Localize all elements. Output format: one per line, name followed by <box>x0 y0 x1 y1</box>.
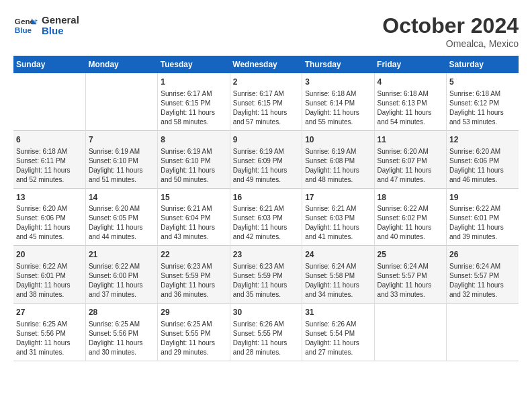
calendar-cell: 6Sunrise: 6:18 AM Sunset: 6:11 PM Daylig… <box>13 130 85 188</box>
weekday-header: Sunday <box>13 56 85 73</box>
day-number: 30 <box>233 307 299 318</box>
day-number: 13 <box>16 192 83 203</box>
cell-info: Sunrise: 6:25 AM Sunset: 5:55 PM Dayligh… <box>161 320 226 357</box>
calendar-week-row: 20Sunrise: 6:22 AM Sunset: 6:01 PM Dayli… <box>13 246 519 304</box>
calendar-cell: 19Sunrise: 6:22 AM Sunset: 6:01 PM Dayli… <box>447 188 519 246</box>
cell-info: Sunrise: 6:25 AM Sunset: 5:56 PM Dayligh… <box>89 320 154 357</box>
day-number: 20 <box>16 249 83 261</box>
day-number: 8 <box>161 134 226 146</box>
day-number: 15 <box>161 192 226 203</box>
calendar-cell <box>447 304 519 361</box>
cell-info: Sunrise: 6:19 AM Sunset: 6:08 PM Dayligh… <box>305 147 371 185</box>
calendar-week-row: 1Sunrise: 6:17 AM Sunset: 6:15 PM Daylig… <box>13 73 519 130</box>
calendar-cell: 27Sunrise: 6:25 AM Sunset: 5:56 PM Dayli… <box>13 304 85 361</box>
calendar-cell: 7Sunrise: 6:19 AM Sunset: 6:10 PM Daylig… <box>85 130 157 188</box>
calendar-table: SundayMondayTuesdayWednesdayThursdayFrid… <box>13 56 519 361</box>
cell-info: Sunrise: 6:18 AM Sunset: 6:11 PM Dayligh… <box>16 147 83 185</box>
calendar-cell: 30Sunrise: 6:26 AM Sunset: 5:55 PM Dayli… <box>230 304 302 361</box>
calendar-cell: 5Sunrise: 6:18 AM Sunset: 6:12 PM Daylig… <box>447 73 519 130</box>
calendar-week-row: 13Sunrise: 6:20 AM Sunset: 6:06 PM Dayli… <box>13 188 519 246</box>
cell-info: Sunrise: 6:22 AM Sunset: 6:02 PM Dayligh… <box>378 204 443 242</box>
cell-info: Sunrise: 6:24 AM Sunset: 5:57 PM Dayligh… <box>378 262 443 300</box>
day-number: 2 <box>233 77 299 88</box>
day-number: 26 <box>449 249 516 261</box>
calendar-cell: 23Sunrise: 6:23 AM Sunset: 5:59 PM Dayli… <box>230 246 302 304</box>
calendar-body: 1Sunrise: 6:17 AM Sunset: 6:15 PM Daylig… <box>13 73 519 361</box>
logo-icon: General Blue <box>13 13 38 38</box>
calendar-cell: 14Sunrise: 6:20 AM Sunset: 6:05 PM Dayli… <box>85 188 157 246</box>
cell-info: Sunrise: 6:19 AM Sunset: 6:10 PM Dayligh… <box>89 147 154 185</box>
calendar-cell: 15Sunrise: 6:21 AM Sunset: 6:04 PM Dayli… <box>158 188 230 246</box>
cell-info: Sunrise: 6:26 AM Sunset: 5:55 PM Dayligh… <box>233 320 299 357</box>
calendar-cell: 16Sunrise: 6:21 AM Sunset: 6:03 PM Dayli… <box>230 188 302 246</box>
calendar-cell: 22Sunrise: 6:23 AM Sunset: 5:59 PM Dayli… <box>158 246 230 304</box>
calendar-cell: 31Sunrise: 6:26 AM Sunset: 5:54 PM Dayli… <box>302 304 374 361</box>
calendar-cell: 3Sunrise: 6:18 AM Sunset: 6:14 PM Daylig… <box>302 73 374 130</box>
day-number: 24 <box>305 249 371 261</box>
calendar-cell: 10Sunrise: 6:19 AM Sunset: 6:08 PM Dayli… <box>302 130 374 188</box>
cell-info: Sunrise: 6:21 AM Sunset: 6:03 PM Dayligh… <box>305 204 371 242</box>
day-number: 28 <box>89 307 154 318</box>
cell-info: Sunrise: 6:22 AM Sunset: 6:01 PM Dayligh… <box>449 204 516 242</box>
cell-info: Sunrise: 6:22 AM Sunset: 6:00 PM Dayligh… <box>89 262 154 300</box>
calendar-cell: 8Sunrise: 6:19 AM Sunset: 6:10 PM Daylig… <box>158 130 230 188</box>
cell-info: Sunrise: 6:17 AM Sunset: 6:15 PM Dayligh… <box>233 89 299 127</box>
cell-info: Sunrise: 6:23 AM Sunset: 5:59 PM Dayligh… <box>233 262 299 300</box>
day-number: 18 <box>378 192 443 203</box>
location: Omealca, Mexico <box>382 38 519 49</box>
cell-info: Sunrise: 6:19 AM Sunset: 6:10 PM Dayligh… <box>161 147 226 185</box>
calendar-cell: 1Sunrise: 6:17 AM Sunset: 6:15 PM Daylig… <box>158 73 230 130</box>
cell-info: Sunrise: 6:19 AM Sunset: 6:09 PM Dayligh… <box>233 147 299 185</box>
day-number: 1 <box>161 77 226 88</box>
cell-info: Sunrise: 6:23 AM Sunset: 5:59 PM Dayligh… <box>161 262 226 300</box>
calendar-cell: 9Sunrise: 6:19 AM Sunset: 6:09 PM Daylig… <box>230 130 302 188</box>
weekday-header: Saturday <box>447 56 519 73</box>
day-number: 16 <box>233 192 299 203</box>
calendar-cell: 4Sunrise: 6:18 AM Sunset: 6:13 PM Daylig… <box>374 73 446 130</box>
day-number: 12 <box>449 134 516 146</box>
day-number: 14 <box>89 192 154 203</box>
cell-info: Sunrise: 6:21 AM Sunset: 6:04 PM Dayligh… <box>161 204 226 242</box>
cell-info: Sunrise: 6:20 AM Sunset: 6:05 PM Dayligh… <box>89 204 154 242</box>
day-number: 22 <box>161 249 226 261</box>
cell-info: Sunrise: 6:26 AM Sunset: 5:54 PM Dayligh… <box>305 320 371 357</box>
cell-info: Sunrise: 6:18 AM Sunset: 6:13 PM Dayligh… <box>378 89 443 127</box>
cell-info: Sunrise: 6:20 AM Sunset: 6:07 PM Dayligh… <box>378 147 443 185</box>
calendar-cell: 26Sunrise: 6:24 AM Sunset: 5:57 PM Dayli… <box>447 246 519 304</box>
day-number: 31 <box>305 307 371 318</box>
calendar-week-row: 6Sunrise: 6:18 AM Sunset: 6:11 PM Daylig… <box>13 130 519 188</box>
calendar-cell: 29Sunrise: 6:25 AM Sunset: 5:55 PM Dayli… <box>158 304 230 361</box>
calendar-cell: 25Sunrise: 6:24 AM Sunset: 5:57 PM Dayli… <box>374 246 446 304</box>
svg-text:Blue: Blue <box>15 26 32 34</box>
day-number: 29 <box>161 307 226 318</box>
day-number: 4 <box>378 77 443 88</box>
calendar-cell: 12Sunrise: 6:20 AM Sunset: 6:06 PM Dayli… <box>447 130 519 188</box>
day-number: 10 <box>305 134 371 146</box>
day-number: 19 <box>449 192 516 203</box>
calendar-cell: 18Sunrise: 6:22 AM Sunset: 6:02 PM Dayli… <box>374 188 446 246</box>
logo-line1: General <box>42 15 79 26</box>
cell-info: Sunrise: 6:24 AM Sunset: 5:57 PM Dayligh… <box>449 262 516 300</box>
weekday-row: SundayMondayTuesdayWednesdayThursdayFrid… <box>13 56 519 73</box>
weekday-header: Wednesday <box>230 56 302 73</box>
cell-info: Sunrise: 6:24 AM Sunset: 5:58 PM Dayligh… <box>305 262 371 300</box>
weekday-header: Thursday <box>302 56 374 73</box>
day-number: 27 <box>16 307 83 318</box>
calendar-cell <box>13 73 85 130</box>
cell-info: Sunrise: 6:25 AM Sunset: 5:56 PM Dayligh… <box>16 320 83 357</box>
weekday-header: Friday <box>374 56 446 73</box>
calendar-cell: 21Sunrise: 6:22 AM Sunset: 6:00 PM Dayli… <box>85 246 157 304</box>
calendar-cell: 17Sunrise: 6:21 AM Sunset: 6:03 PM Dayli… <box>302 188 374 246</box>
calendar-cell: 11Sunrise: 6:20 AM Sunset: 6:07 PM Dayli… <box>374 130 446 188</box>
cell-info: Sunrise: 6:20 AM Sunset: 6:06 PM Dayligh… <box>449 147 516 185</box>
day-number: 23 <box>233 249 299 261</box>
day-number: 17 <box>305 192 371 203</box>
logo: General Blue General Blue <box>13 13 79 38</box>
day-number: 7 <box>89 134 154 146</box>
cell-info: Sunrise: 6:22 AM Sunset: 6:01 PM Dayligh… <box>16 262 83 300</box>
day-number: 11 <box>378 134 443 146</box>
cell-info: Sunrise: 6:20 AM Sunset: 6:06 PM Dayligh… <box>16 204 83 242</box>
logo-line2: Blue <box>42 26 79 37</box>
calendar-cell: 28Sunrise: 6:25 AM Sunset: 5:56 PM Dayli… <box>85 304 157 361</box>
cell-info: Sunrise: 6:18 AM Sunset: 6:14 PM Dayligh… <box>305 89 371 127</box>
